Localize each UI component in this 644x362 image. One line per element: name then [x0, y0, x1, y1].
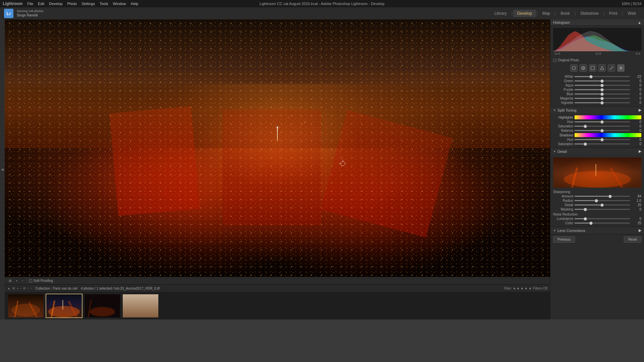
- purple-slider[interactable]: [575, 89, 630, 90]
- film-thumb-3[interactable]: [84, 294, 121, 318]
- menu-settings[interactable]: Settings: [82, 2, 95, 6]
- compare-view-btn[interactable]: ▫: [21, 278, 25, 283]
- magenta-value: 0: [631, 97, 641, 100]
- filmstrip-loupe-btn[interactable]: ▪: [17, 287, 18, 290]
- menu-edit[interactable]: Edit: [38, 2, 44, 6]
- masking-label: Masking: [553, 207, 573, 211]
- tone-icon-arrow[interactable]: [617, 64, 625, 72]
- thumb-bg-2: [46, 294, 82, 317]
- hi-hue-slider[interactable]: [575, 121, 630, 122]
- tone-icon-4[interactable]: [598, 64, 606, 72]
- white-label: White: [553, 75, 573, 78]
- color-slider[interactable]: [575, 223, 630, 224]
- shadows-sublabel: Shadows: [553, 133, 573, 137]
- shadows-hue-bar[interactable]: [575, 133, 641, 137]
- histogram-header[interactable]: Histogram ▲: [550, 19, 644, 26]
- film-thumb-1[interactable]: [7, 294, 44, 318]
- split-toning-header[interactable]: ▼ Split Toning ▶: [550, 107, 644, 114]
- lens-header[interactable]: ▼ Lens Corrections ▶: [550, 227, 644, 234]
- filmstrip-arrow-up[interactable]: ▲: [7, 287, 10, 290]
- hi-hue-row: Hue 0: [550, 120, 644, 124]
- module-develop[interactable]: Develop: [513, 10, 536, 17]
- masking-slider[interactable]: [575, 209, 630, 210]
- white-slider-fill: [575, 76, 591, 77]
- balance-fill: [575, 130, 602, 131]
- film-thumb-4[interactable]: [122, 294, 159, 318]
- radius-row: Radius 1.0: [550, 198, 644, 203]
- module-slideshow[interactable]: Slideshow: [576, 10, 603, 17]
- module-map[interactable]: Map: [538, 10, 554, 17]
- menu-tools[interactable]: Tools: [100, 2, 108, 6]
- tone-icon-3[interactable]: [589, 64, 596, 72]
- tone-icon-2[interactable]: [580, 64, 587, 72]
- sync-label: Syncing 149 photos: [17, 9, 43, 13]
- filmstrip-compare-btn[interactable]: ▫: [20, 287, 21, 290]
- menu-develop[interactable]: Develop: [49, 2, 62, 6]
- amount-row: Amount 84: [550, 194, 644, 198]
- tone-icon-5[interactable]: [608, 64, 615, 72]
- module-library[interactable]: Library: [490, 10, 511, 17]
- reset-button[interactable]: Reset: [624, 236, 641, 243]
- thumb-bg-1: [8, 294, 44, 317]
- magenta-slider[interactable]: [575, 98, 630, 99]
- menu-photo[interactable]: Photo: [67, 2, 77, 6]
- luminance-fill: [575, 218, 586, 219]
- magenta-row: Magenta 0: [550, 96, 644, 101]
- detail-header[interactable]: ▼ Detail ▶: [550, 148, 644, 155]
- radius-slider[interactable]: [575, 200, 630, 201]
- filmstrip-nav-next[interactable]: ›: [31, 287, 32, 290]
- sharpening-label: Sharpening: [550, 189, 644, 194]
- menu-file[interactable]: File: [27, 2, 33, 6]
- detail-slider[interactable]: [575, 204, 630, 205]
- vignette-slider[interactable]: [575, 102, 630, 103]
- purple-value: 0: [631, 88, 641, 92]
- sh-hue-slider[interactable]: [575, 139, 630, 140]
- green-slider[interactable]: [575, 80, 630, 81]
- grid-view-btn[interactable]: ⊞: [7, 278, 13, 283]
- filmstrip-nav-prev[interactable]: ‹: [28, 287, 29, 290]
- sh-sat-slider[interactable]: [575, 143, 630, 144]
- color-sliders: White -22 Green 0 Aqua: [550, 73, 644, 106]
- tone-icon-1[interactable]: [570, 64, 578, 72]
- highlights-hue-bar[interactable]: [575, 115, 641, 119]
- previous-button[interactable]: Previous: [553, 236, 575, 243]
- loupe-view-btn[interactable]: ▪: [15, 278, 19, 283]
- amount-label: Amount: [553, 194, 573, 198]
- detail-preview: [553, 158, 641, 188]
- detail-content: Sharpening Amount 84 Radius 1.0 Det: [550, 155, 644, 227]
- blue-slider[interactable]: [575, 94, 630, 95]
- filmstrip-grid-btn[interactable]: ⊞: [12, 287, 15, 290]
- masking-fill: [575, 209, 586, 210]
- eiffel-marker: [277, 128, 278, 141]
- module-book[interactable]: Book: [556, 10, 574, 17]
- filter-stars[interactable]: ★ ★ ★ ★ ★: [513, 287, 532, 290]
- filmstrip-survey-btn[interactable]: ⊟: [23, 287, 26, 290]
- film-thumb-2[interactable]: [46, 294, 83, 318]
- menu-window[interactable]: Window: [113, 2, 126, 6]
- left-panel-toggle[interactable]: ◀: [0, 19, 5, 319]
- title-bar: Lr Syncing 149 photos Serge Ramelli Libr…: [0, 7, 644, 19]
- sh-hue-row: Hue 0: [550, 137, 644, 142]
- histogram-title: Histogram: [553, 20, 570, 24]
- module-print[interactable]: Print: [605, 10, 622, 17]
- photo-viewer[interactable]: [5, 19, 550, 277]
- svg-rect-8: [62, 300, 63, 309]
- hi-hue-label: Hue: [553, 120, 573, 124]
- hist-val-1: 14.5: [554, 52, 560, 55]
- luminance-slider[interactable]: [575, 218, 630, 219]
- filmstrip-toolbar: ▲ ⊞ ▪ ▫ ⊟ ‹ › Collection : Paris vue du …: [5, 285, 550, 292]
- module-web[interactable]: Web: [624, 10, 640, 17]
- soft-proofing-checkbox[interactable]: [29, 279, 32, 283]
- vignette-label: Vignette: [553, 101, 573, 105]
- split-toning-title: Split Toning: [557, 108, 639, 112]
- hi-sat-slider[interactable]: [575, 126, 630, 127]
- soft-proofing-toggle[interactable]: Soft Proofing: [29, 279, 53, 283]
- balance-slider[interactable]: [575, 130, 630, 131]
- split-toning-expand: ▶: [639, 108, 641, 112]
- amount-slider[interactable]: [575, 196, 630, 197]
- detail-section: ▼ Detail ▶: [550, 148, 644, 227]
- white-slider[interactable]: [575, 76, 630, 77]
- menu-help[interactable]: Help: [131, 2, 139, 6]
- original-photo-checkbox[interactable]: [553, 59, 556, 62]
- aqua-slider[interactable]: [575, 85, 630, 86]
